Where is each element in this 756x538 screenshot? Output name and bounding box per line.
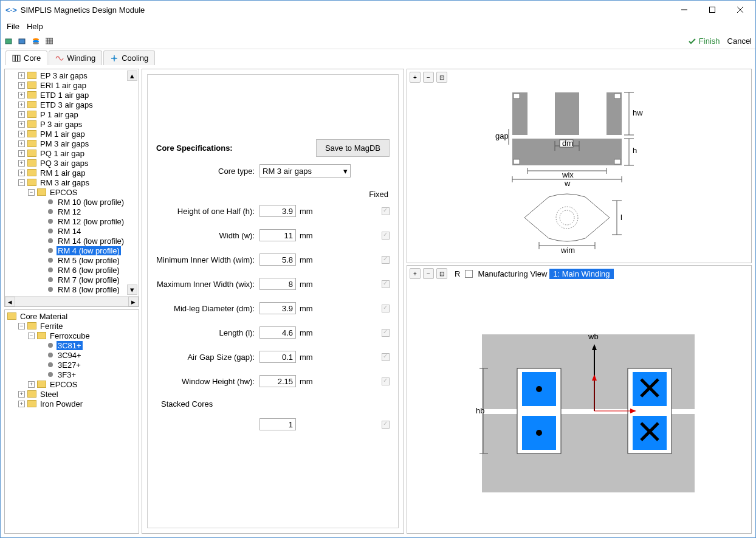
tree-item[interactable]: 3F3+ bbox=[5, 370, 139, 379]
param-fixed-checkbox[interactable] bbox=[382, 378, 390, 385]
zoom-out-button[interactable]: − bbox=[423, 72, 434, 83]
cancel-button[interactable]: Cancel bbox=[727, 36, 752, 46]
param-input[interactable] bbox=[259, 229, 296, 241]
tree-item[interactable]: +P 3 air gaps bbox=[5, 119, 139, 129]
tree-item[interactable]: RM 10 (low profile) bbox=[5, 197, 139, 207]
tree-item[interactable]: RM 12 bbox=[5, 207, 139, 216]
tree-item[interactable]: +PM 3 air gaps bbox=[5, 139, 139, 148]
zoom-out-button-2[interactable]: − bbox=[423, 268, 434, 279]
tree-item[interactable]: +RM 1 air gap bbox=[5, 168, 139, 178]
expander-icon[interactable]: + bbox=[18, 111, 25, 118]
expander-icon[interactable]: + bbox=[18, 72, 25, 79]
param-fixed-checkbox[interactable] bbox=[382, 280, 390, 288]
tree-item[interactable]: 3E27+ bbox=[5, 360, 139, 370]
param-fixed-checkbox[interactable] bbox=[382, 207, 390, 215]
maximize-button[interactable] bbox=[698, 1, 726, 19]
scroll-up-button[interactable]: ▴ bbox=[127, 71, 137, 81]
tree-item[interactable]: RM 5 (low profile) bbox=[5, 255, 139, 265]
expander-icon[interactable]: + bbox=[18, 140, 25, 147]
core-tree[interactable]: +EP 3 air gaps+ERI 1 air gap+ETD 1 air g… bbox=[4, 69, 139, 307]
expander-icon[interactable]: − bbox=[28, 189, 35, 196]
tree-item[interactable]: 3C81+ bbox=[5, 340, 139, 350]
tab-winding[interactable]: Winding bbox=[49, 50, 102, 65]
toolbar-icon-3[interactable] bbox=[31, 36, 41, 46]
tree-item[interactable]: −Ferrite bbox=[5, 321, 139, 331]
tree-item[interactable]: RM 7 (low profile) bbox=[5, 275, 139, 285]
tree-item-label: EP 3 air gaps bbox=[39, 71, 89, 80]
expander-icon[interactable]: + bbox=[18, 131, 25, 137]
zoom-in-button-2[interactable]: + bbox=[410, 268, 421, 279]
minimize-button[interactable] bbox=[670, 1, 698, 19]
tree-item[interactable]: RM 4 (low profile) bbox=[5, 246, 139, 255]
expander-icon[interactable]: + bbox=[18, 401, 25, 407]
param-fixed-checkbox[interactable] bbox=[382, 256, 390, 264]
param-input[interactable] bbox=[259, 375, 296, 387]
param-input[interactable] bbox=[259, 253, 296, 266]
tab-cooling[interactable]: Cooling bbox=[103, 50, 155, 65]
expander-icon[interactable]: + bbox=[18, 102, 25, 108]
winding-tag[interactable]: 1: Main Winding bbox=[549, 269, 613, 279]
zoom-in-button[interactable]: + bbox=[410, 72, 421, 83]
tree-item[interactable]: RM 8 (low profile) bbox=[5, 285, 139, 294]
param-input[interactable] bbox=[259, 351, 296, 363]
tree-item[interactable]: −Ferroxcube bbox=[5, 331, 139, 340]
tree-item[interactable]: RM 14 (low profile) bbox=[5, 236, 139, 246]
close-button[interactable] bbox=[726, 1, 754, 19]
toolbar-icon-4[interactable] bbox=[44, 36, 54, 46]
stacked-fixed-checkbox[interactable] bbox=[382, 421, 390, 429]
param-input[interactable] bbox=[259, 326, 296, 339]
expander-icon[interactable]: + bbox=[18, 160, 25, 167]
zoom-fit-button-2[interactable]: ⊡ bbox=[436, 268, 447, 279]
tree-item[interactable]: +ERI 1 air gap bbox=[5, 80, 139, 90]
manufacturing-view-checkbox[interactable] bbox=[465, 270, 473, 278]
bullet-icon bbox=[48, 209, 53, 214]
tree-item[interactable]: +EPCOS bbox=[5, 379, 139, 389]
param-input[interactable] bbox=[259, 205, 296, 217]
param-fixed-checkbox[interactable] bbox=[382, 353, 390, 361]
tree-item[interactable]: +ETD 1 air gap bbox=[5, 90, 139, 100]
toolbar-icon-1[interactable] bbox=[4, 36, 14, 46]
expander-icon[interactable]: + bbox=[18, 82, 25, 89]
expander-icon[interactable]: − bbox=[28, 333, 35, 339]
param-input[interactable] bbox=[259, 302, 296, 314]
horizontal-scrollbar[interactable]: ◂▸ bbox=[5, 296, 139, 306]
param-fixed-checkbox[interactable] bbox=[382, 305, 390, 312]
tree-item[interactable]: +PM 1 air gap bbox=[5, 129, 139, 139]
tree-item[interactable]: +Steel bbox=[5, 389, 139, 399]
expander-icon[interactable]: + bbox=[18, 170, 25, 176]
tree-item[interactable]: +PQ 3 air gaps bbox=[5, 158, 139, 168]
param-input[interactable] bbox=[259, 278, 296, 290]
expander-icon[interactable]: + bbox=[28, 381, 35, 388]
expander-icon[interactable]: + bbox=[18, 391, 25, 398]
finish-button[interactable]: Finish bbox=[688, 36, 720, 46]
param-fixed-checkbox[interactable] bbox=[382, 232, 390, 240]
tree-item[interactable]: 3C94+ bbox=[5, 350, 139, 360]
winding-diagram-panel: + − ⊡ R Manufacturing View 1: Main Windi… bbox=[407, 265, 752, 534]
expander-icon[interactable]: + bbox=[18, 121, 25, 128]
tree-item[interactable]: +P 1 air gap bbox=[5, 109, 139, 119]
zoom-fit-button[interactable]: ⊡ bbox=[436, 72, 447, 83]
core-type-select[interactable]: RM 3 air gaps ▾ bbox=[259, 164, 351, 178]
param-fixed-checkbox[interactable] bbox=[382, 329, 390, 337]
tree-item[interactable]: +Iron Powder bbox=[5, 399, 139, 409]
tree-item[interactable]: RM 14 bbox=[5, 226, 139, 236]
tree-item[interactable]: +ETD 3 air gaps bbox=[5, 100, 139, 109]
expander-icon[interactable]: + bbox=[18, 92, 25, 98]
toolbar-icon-2[interactable] bbox=[18, 36, 27, 46]
save-to-magdb-button[interactable]: Save to MagDB bbox=[316, 139, 390, 157]
tree-item[interactable]: RM 6 (low profile) bbox=[5, 265, 139, 275]
menu-file[interactable]: File bbox=[4, 21, 22, 32]
tree-item[interactable]: +EP 3 air gaps bbox=[5, 71, 139, 80]
expander-icon[interactable]: − bbox=[18, 179, 25, 186]
stacked-cores-input[interactable] bbox=[259, 418, 296, 430]
tree-item[interactable]: RM 12 (low profile) bbox=[5, 216, 139, 226]
tree-item[interactable]: +PQ 1 air gap bbox=[5, 148, 139, 158]
expander-icon[interactable]: + bbox=[18, 150, 25, 157]
scroll-down-button[interactable]: ▾ bbox=[127, 285, 137, 295]
tree-item[interactable]: −RM 3 air gaps bbox=[5, 178, 139, 187]
tree-item[interactable]: −EPCOS bbox=[5, 187, 139, 197]
menu-help[interactable]: Help bbox=[24, 21, 46, 32]
material-tree[interactable]: Core Material −Ferrite−Ferroxcube3C81+3C… bbox=[4, 309, 139, 534]
expander-icon[interactable]: − bbox=[18, 323, 25, 329]
tab-core[interactable]: Core bbox=[5, 50, 47, 65]
